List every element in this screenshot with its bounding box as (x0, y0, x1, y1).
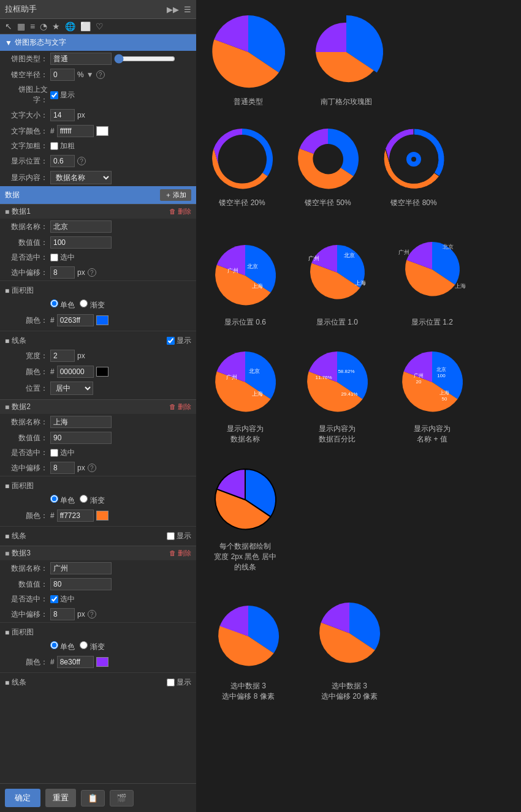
show-text-checkbox-label[interactable]: 显示 (50, 90, 75, 100)
data1-selected-checkbox[interactable] (50, 254, 58, 261)
menu-icon[interactable]: ☰ (184, 5, 191, 14)
data3-line-show-label[interactable]: 显示 (167, 677, 191, 688)
data1-delete-button[interactable]: 🗑 删除 (169, 207, 191, 216)
data2-selected-checkbox[interactable] (50, 449, 58, 457)
confirm-button[interactable]: 确定 (5, 789, 40, 807)
chart-hollow50-label: 镂空半径 50% (305, 198, 351, 208)
data3-selected-label: 是否选中： (5, 594, 48, 604)
pie-type-input[interactable] (50, 53, 112, 65)
data2-gradient-label[interactable]: 渐变 (80, 495, 104, 506)
data1-line-pos-select[interactable]: 居中 内侧 外侧 (50, 382, 93, 395)
data1-line-checkbox[interactable] (167, 337, 175, 345)
reset-button[interactable]: 重置 (45, 789, 76, 807)
data3-color-swatch[interactable] (96, 657, 108, 667)
data2-area-title: 面积图 (12, 481, 191, 491)
font-color-swatch[interactable] (96, 126, 108, 136)
svg-text:上海: 上海 (252, 283, 263, 289)
data3-single-radio[interactable] (50, 641, 58, 649)
data1-line-width-input[interactable] (50, 350, 75, 362)
show-text-row: 饼图上文字： 显示 (0, 83, 196, 107)
data1-line-color-input[interactable] (57, 366, 94, 378)
display-content-select[interactable]: 数据名称 数据百分比 名称 + 值 (50, 171, 112, 184)
data3-color-mode-group: 单色 渐变 (50, 641, 105, 652)
font-bold-checkbox-label[interactable]: 加粗 (50, 141, 75, 151)
data3-selected-checkbox[interactable] (50, 595, 58, 603)
data1-color-input[interactable] (57, 314, 94, 326)
cursor-icon[interactable]: ↖ (5, 21, 12, 31)
font-color-input[interactable] (57, 125, 94, 137)
svg-text:上海: 上海 (252, 391, 263, 397)
data1-color-hash: # (50, 316, 55, 325)
heart-icon[interactable]: ♡ (96, 21, 104, 31)
hollow-radius-input[interactable] (50, 69, 75, 81)
data3-selected-checkbox-label[interactable]: 选中 (50, 594, 75, 604)
data2-delete-label: 删除 (178, 403, 191, 410)
data1-line-color-row: 颜色： # (0, 364, 196, 380)
star-icon[interactable]: ★ (52, 21, 60, 31)
data3-gradient-radio[interactable] (80, 641, 88, 649)
data2-line-checkbox[interactable] (167, 532, 175, 540)
globe-icon[interactable]: 🌐 (65, 21, 75, 31)
data2-name-input[interactable] (50, 416, 112, 428)
data1-line-title: 线条 (12, 336, 164, 346)
data2-gradient-radio[interactable] (80, 495, 88, 503)
bar-chart-icon[interactable]: ▦ (17, 21, 25, 31)
data2-value-input[interactable] (50, 432, 112, 444)
data2-color-input[interactable] (57, 509, 94, 522)
pie-section-header[interactable]: ▼ 饼图形态与文字 (0, 34, 196, 51)
data1-name-label: 数据名称： (5, 222, 48, 232)
copy-button[interactable]: 📋 (81, 790, 105, 806)
hollow-unit-arrow[interactable]: ▼ (86, 70, 94, 79)
svg-text:北京: 北京 (247, 263, 258, 269)
data3-value-input[interactable] (50, 578, 112, 590)
pie-type-slider[interactable] (114, 54, 175, 64)
data2-line-show-label[interactable]: 显示 (167, 531, 191, 541)
pie-sel8-svg (208, 596, 288, 676)
pie-hollow20-svg (208, 126, 276, 193)
pie-chart-icon[interactable]: ◔ (40, 21, 47, 31)
frame-icon[interactable]: ⬜ (80, 21, 91, 31)
data3-color-input[interactable] (57, 656, 94, 668)
data3-line-checkbox[interactable] (167, 679, 175, 686)
data2-selected-checkbox-label[interactable]: 选中 (50, 448, 75, 458)
data3-offset-input[interactable] (50, 608, 75, 620)
data1-gradient-label[interactable]: 渐变 (80, 299, 104, 310)
data2-single-label[interactable]: 单色 (50, 495, 75, 506)
data1-single-label[interactable]: 单色 (50, 299, 75, 310)
data1-gradient-radio[interactable] (80, 299, 88, 307)
data1-value-input[interactable] (50, 236, 112, 249)
hollow-radius-label: 镂空半径： (5, 70, 48, 80)
data2-line-header: ■ 线条 显示 (0, 529, 196, 543)
add-data-button[interactable]: ＋ 添加 (160, 189, 191, 201)
data3-gradient-label[interactable]: 渐变 (80, 641, 104, 652)
show-text-checkbox[interactable] (50, 91, 58, 99)
data1-selected-checkbox-label[interactable]: 选中 (50, 252, 75, 263)
data2-offset-input[interactable] (50, 462, 75, 474)
font-bold-checkbox[interactable] (50, 142, 58, 150)
chart-hollow80-label: 镂空半径 80% (390, 198, 436, 208)
data1-line-section: ■ 线条 显示 宽度： px 颜色： # 位置： 居中 (0, 331, 196, 399)
data1-line-color-swatch[interactable] (96, 367, 108, 377)
data2-color-row: 颜色： # (0, 508, 196, 524)
data3-single-label[interactable]: 单色 (50, 641, 75, 652)
data1-line-show-label[interactable]: 显示 (167, 336, 191, 346)
data1-offset-input[interactable] (50, 266, 75, 279)
data3-delete-button[interactable]: 🗑 删除 (169, 549, 191, 558)
chart-pos10-label: 显示位置 1.0 (316, 317, 358, 328)
data2-delete-button[interactable]: 🗑 删除 (169, 402, 191, 412)
data1-name-input[interactable] (50, 220, 112, 233)
data1-color-swatch[interactable] (96, 315, 108, 325)
trash-icon1: 🗑 (169, 208, 176, 215)
data1-color-label: 颜色： (5, 315, 48, 326)
font-size-input[interactable] (50, 109, 75, 121)
chart-both-labels: 北京 100 上海 50 广州 20 显示内容为 名称 + 值 (392, 345, 472, 445)
expand-icon[interactable]: ▶▶ (167, 5, 179, 14)
data2-single-radio[interactable] (50, 495, 58, 503)
video-button[interactable]: 🎬 (110, 790, 134, 806)
data1-single-radio[interactable] (50, 299, 58, 307)
line-chart-icon[interactable]: ≡ (30, 21, 35, 31)
add-label: 添加 (173, 190, 186, 200)
display-pos-input[interactable] (50, 155, 75, 167)
data3-name-input[interactable] (50, 562, 112, 574)
data2-color-swatch[interactable] (96, 511, 108, 521)
